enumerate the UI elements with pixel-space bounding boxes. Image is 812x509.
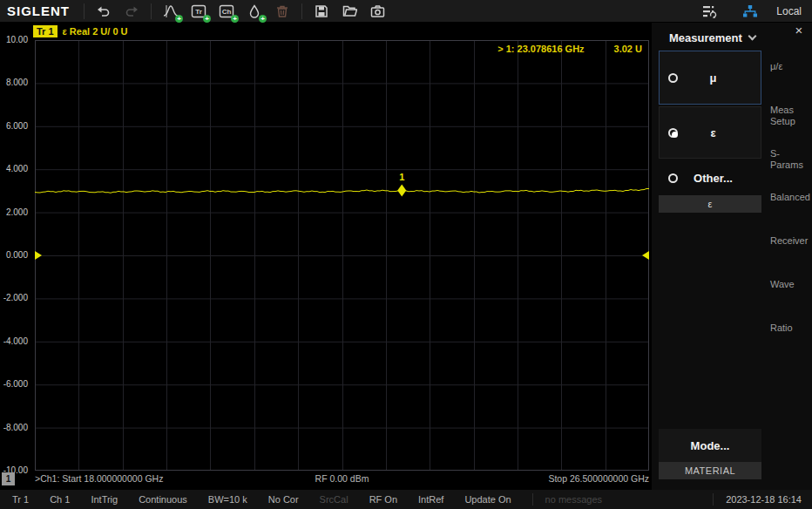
- folder-icon: [342, 4, 357, 18]
- sheet-tab-1[interactable]: 1: [2, 472, 15, 485]
- option-mu-label: μ: [678, 71, 748, 85]
- plus-badge-icon: +: [175, 15, 183, 23]
- undo-icon: [97, 4, 111, 18]
- redo-icon: [125, 4, 139, 18]
- y-tick-label: 10.00: [0, 35, 28, 44]
- trash-icon: [275, 4, 289, 18]
- option-epsilon[interactable]: ε: [659, 106, 761, 159]
- other-selection-value[interactable]: ε: [659, 195, 761, 213]
- channel-footer: >Ch1: Start 18.000000000 GHz RF 0.00 dBm…: [35, 473, 649, 485]
- y-tick-label: 8.000: [0, 78, 28, 87]
- panel-close-button[interactable]: ×: [791, 23, 807, 38]
- task-list-button[interactable]: [699, 1, 721, 22]
- camera-icon: [370, 4, 385, 18]
- screenshot-button[interactable]: [366, 1, 389, 22]
- menu-item-2[interactable]: S-Params: [770, 148, 810, 171]
- redo-button[interactable]: [120, 1, 143, 22]
- option-epsilon-label: ε: [678, 126, 748, 139]
- mode-button[interactable]: Mode...: [659, 429, 761, 462]
- measurement-side-panel: Measurement × μ ε Other... ε μ/εMeas Set…: [652, 23, 812, 490]
- toolbar-divider: [151, 3, 152, 19]
- y-tick-label: -2.000: [0, 293, 28, 302]
- top-toolbar: SIGLENT + Tr + Ch: [0, 0, 812, 23]
- trace-badge[interactable]: Tr 1: [33, 25, 58, 37]
- menu-item-1[interactable]: Meas Setup: [770, 105, 810, 127]
- toolbar-divider: [84, 3, 85, 19]
- marker-1-diamond-icon[interactable]: [397, 184, 406, 196]
- y-tick-label: 4.000: [0, 164, 28, 173]
- status-item[interactable]: IntRef: [418, 494, 443, 505]
- add-trace-button[interactable]: Tr +: [187, 1, 210, 22]
- ref-level-left-icon[interactable]: [35, 251, 42, 260]
- status-item[interactable]: RF On: [369, 494, 397, 505]
- trace-header[interactable]: Tr 1 ε Real 2 U/ 0 U: [33, 25, 128, 37]
- add-marker-button[interactable]: +: [159, 1, 182, 22]
- status-message: no messages: [532, 493, 602, 506]
- chevron-down-icon: [748, 32, 756, 41]
- menu-item-4[interactable]: Receiver: [770, 235, 810, 247]
- local-mode-label: Local: [776, 5, 802, 17]
- y-tick-label: 2.000: [0, 207, 28, 217]
- open-file-button[interactable]: [338, 1, 361, 22]
- status-bar: Tr 1Ch 1IntTrigContinuousBW=10 kNo CorSr…: [0, 490, 812, 509]
- vna-application-window: SIGLENT + Tr + Ch: [0, 0, 812, 509]
- svg-text:Tr: Tr: [195, 8, 202, 16]
- delete-button[interactable]: [271, 1, 294, 22]
- svg-text:Ch: Ch: [222, 8, 232, 16]
- plot-area[interactable]: 1 > 1: 23.078616 GHz 3.02 U: [35, 40, 649, 471]
- radio-other-icon[interactable]: [668, 173, 678, 183]
- y-tick-label: -4.000: [0, 336, 28, 346]
- y-tick-label: 6.000: [0, 121, 28, 131]
- add-limit-button[interactable]: +: [243, 1, 266, 22]
- measurement-graph: Tr 1 ε Real 2 U/ 0 U 10.008.0006.0004.00…: [0, 23, 652, 490]
- status-item[interactable]: IntTrig: [91, 494, 118, 505]
- menu-item-0[interactable]: μ/ε: [770, 61, 810, 72]
- grid-and-trace-canvas: 1: [35, 40, 649, 471]
- rf-power-label: RF 0.00 dBm: [240, 473, 444, 485]
- start-frequency-label: >Ch1: Start 18.000000000 GHz: [35, 473, 240, 485]
- status-item[interactable]: BW=10 k: [208, 494, 247, 505]
- siglent-logo: SIGLENT: [0, 3, 78, 18]
- add-channel-button[interactable]: Ch +: [215, 1, 238, 22]
- option-other-label: Other...: [678, 172, 748, 185]
- network-icon: [742, 4, 758, 18]
- radio-mu-icon[interactable]: [668, 73, 678, 83]
- marker-1-number-label: 1: [399, 172, 404, 182]
- status-item[interactable]: Tr 1: [12, 494, 29, 505]
- y-tick-label: -6.000: [0, 379, 28, 389]
- panel-header[interactable]: Measurement: [652, 28, 812, 47]
- status-items: Tr 1Ch 1IntTrigContinuousBW=10 kNo CorSr…: [0, 494, 532, 505]
- marker-amplitude-value: 3.02 U: [614, 44, 642, 54]
- y-tick-label: -8.000: [0, 423, 28, 432]
- save-button[interactable]: [310, 1, 333, 22]
- status-item[interactable]: Continuous: [139, 494, 187, 505]
- panel-title: Measurement: [669, 31, 742, 44]
- network-status-button[interactable]: [739, 1, 761, 22]
- status-datetime: 2023-12-18 16:14: [713, 493, 812, 506]
- radio-epsilon-icon[interactable]: [668, 128, 678, 138]
- menu-item-6[interactable]: Ratio: [770, 322, 810, 334]
- undo-button[interactable]: [92, 1, 115, 22]
- status-item[interactable]: No Cor: [268, 494, 299, 505]
- y-axis-labels: 10.008.0006.0004.0002.0000.000-2.000-4.0…: [0, 40, 31, 471]
- marker-frequency-value: > 1: 23.078616 GHz: [497, 44, 584, 54]
- trace-line: [35, 189, 649, 193]
- status-item[interactable]: Update On: [464, 494, 511, 505]
- stop-frequency-label: Stop 26.500000000 GHz: [444, 473, 649, 485]
- floppy-save-icon: [315, 4, 328, 18]
- menu-item-5[interactable]: Wave: [770, 279, 810, 290]
- trace-format-label: ε Real 2 U/ 0 U: [63, 26, 128, 37]
- mode-value-label: MATERIAL: [659, 462, 761, 479]
- toolbar-divider: [301, 3, 302, 19]
- option-mu[interactable]: μ: [659, 51, 761, 105]
- option-other[interactable]: Other...: [659, 160, 761, 195]
- plus-badge-icon: +: [259, 15, 267, 23]
- list-sync-icon: [702, 4, 718, 18]
- y-tick-label: 0.000: [0, 250, 28, 260]
- ref-level-right-icon[interactable]: [642, 251, 649, 260]
- marker-readout: > 1: 23.078616 GHz 3.02 U: [497, 44, 642, 54]
- status-item[interactable]: Ch 1: [50, 494, 70, 505]
- menu-item-3[interactable]: Balanced: [770, 192, 810, 203]
- status-item[interactable]: SrcCal: [320, 494, 348, 505]
- plus-badge-icon: +: [203, 15, 211, 23]
